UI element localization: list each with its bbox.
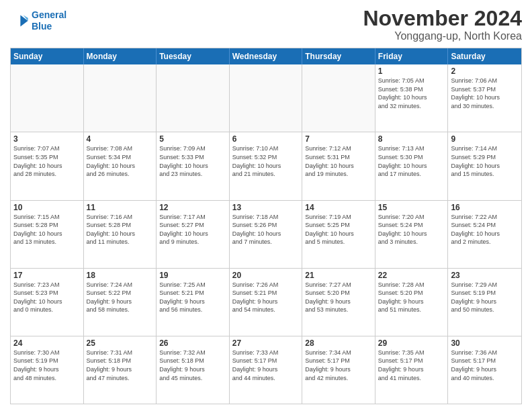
day-cell-14: 14Sunrise: 7:19 AM Sunset: 5:25 PM Dayli… bbox=[302, 201, 375, 268]
day-cell-3: 3Sunrise: 7:07 AM Sunset: 5:35 PM Daylig… bbox=[11, 132, 84, 199]
week-row-3: 17Sunrise: 7:23 AM Sunset: 5:23 PM Dayli… bbox=[11, 268, 521, 336]
day-number: 30 bbox=[451, 338, 519, 348]
day-info: Sunrise: 7:31 AM Sunset: 5:18 PM Dayligh… bbox=[87, 349, 154, 382]
calendar-title: November 2024 bbox=[363, 7, 522, 30]
day-number: 5 bbox=[159, 134, 226, 144]
header-day-thursday: Thursday bbox=[302, 48, 375, 64]
day-number: 20 bbox=[232, 271, 300, 280]
day-cell-22: 22Sunrise: 7:28 AM Sunset: 5:20 PM Dayli… bbox=[375, 269, 449, 336]
day-number: 12 bbox=[159, 203, 226, 212]
day-cell-16: 16Sunrise: 7:22 AM Sunset: 5:24 PM Dayli… bbox=[448, 201, 521, 268]
day-number: 21 bbox=[305, 271, 372, 280]
day-info: Sunrise: 7:06 AM Sunset: 5:37 PM Dayligh… bbox=[451, 77, 519, 110]
day-info: Sunrise: 7:33 AM Sunset: 5:17 PM Dayligh… bbox=[232, 349, 300, 382]
header: General Blue November 2024 Yonggang-up, … bbox=[10, 7, 522, 42]
day-cell-4: 4Sunrise: 7:08 AM Sunset: 5:34 PM Daylig… bbox=[84, 132, 157, 199]
week-row-2: 10Sunrise: 7:15 AM Sunset: 5:28 PM Dayli… bbox=[11, 200, 521, 268]
day-number: 29 bbox=[378, 338, 445, 348]
logo-line2: Blue bbox=[32, 21, 52, 32]
calendar-body: 1Sunrise: 7:05 AM Sunset: 5:38 PM Daylig… bbox=[11, 64, 521, 404]
empty-cell-0-1 bbox=[84, 64, 157, 132]
day-cell-9: 9Sunrise: 7:14 AM Sunset: 5:29 PM Daylig… bbox=[448, 132, 521, 199]
empty-cell-0-0 bbox=[11, 64, 84, 132]
header-day-friday: Friday bbox=[375, 48, 449, 64]
day-number: 2 bbox=[451, 66, 519, 76]
day-info: Sunrise: 7:27 AM Sunset: 5:20 PM Dayligh… bbox=[305, 281, 372, 314]
day-number: 17 bbox=[13, 271, 81, 280]
day-number: 1 bbox=[378, 66, 445, 76]
week-row-4: 24Sunrise: 7:30 AM Sunset: 5:19 PM Dayli… bbox=[11, 336, 521, 404]
day-number: 8 bbox=[378, 134, 445, 144]
calendar-subtitle: Yonggang-up, North Korea bbox=[363, 30, 522, 42]
logo-text: General Blue bbox=[32, 9, 66, 32]
day-number: 18 bbox=[87, 271, 154, 280]
day-info: Sunrise: 7:35 AM Sunset: 5:17 PM Dayligh… bbox=[378, 349, 445, 382]
day-info: Sunrise: 7:15 AM Sunset: 5:28 PM Dayligh… bbox=[13, 213, 81, 246]
header-day-sunday: Sunday bbox=[11, 48, 84, 64]
day-info: Sunrise: 7:18 AM Sunset: 5:26 PM Dayligh… bbox=[232, 213, 300, 246]
calendar: SundayMondayTuesdayWednesdayThursdayFrid… bbox=[10, 48, 522, 404]
empty-cell-0-2 bbox=[157, 64, 230, 132]
calendar-header: SundayMondayTuesdayWednesdayThursdayFrid… bbox=[11, 48, 521, 64]
day-number: 28 bbox=[305, 338, 372, 348]
day-number: 19 bbox=[159, 271, 226, 280]
day-cell-10: 10Sunrise: 7:15 AM Sunset: 5:28 PM Dayli… bbox=[11, 201, 84, 268]
day-info: Sunrise: 7:09 AM Sunset: 5:33 PM Dayligh… bbox=[159, 144, 226, 178]
day-info: Sunrise: 7:08 AM Sunset: 5:34 PM Dayligh… bbox=[87, 144, 154, 178]
day-number: 11 bbox=[87, 203, 154, 212]
day-number: 23 bbox=[451, 271, 519, 280]
day-cell-19: 19Sunrise: 7:25 AM Sunset: 5:21 PM Dayli… bbox=[157, 269, 230, 336]
day-cell-7: 7Sunrise: 7:12 AM Sunset: 5:31 PM Daylig… bbox=[302, 132, 375, 199]
day-number: 7 bbox=[305, 134, 372, 144]
header-day-tuesday: Tuesday bbox=[157, 48, 230, 64]
empty-cell-0-3 bbox=[230, 64, 303, 132]
day-info: Sunrise: 7:10 AM Sunset: 5:32 PM Dayligh… bbox=[232, 144, 300, 178]
day-cell-23: 23Sunrise: 7:29 AM Sunset: 5:19 PM Dayli… bbox=[448, 269, 521, 336]
day-info: Sunrise: 7:30 AM Sunset: 5:19 PM Dayligh… bbox=[13, 349, 81, 382]
day-info: Sunrise: 7:12 AM Sunset: 5:31 PM Dayligh… bbox=[305, 144, 372, 178]
day-cell-27: 27Sunrise: 7:33 AM Sunset: 5:17 PM Dayli… bbox=[230, 336, 303, 404]
day-cell-26: 26Sunrise: 7:32 AM Sunset: 5:18 PM Dayli… bbox=[157, 336, 230, 404]
logo-line1: General bbox=[32, 9, 66, 20]
day-cell-11: 11Sunrise: 7:16 AM Sunset: 5:28 PM Dayli… bbox=[84, 201, 157, 268]
day-cell-2: 2Sunrise: 7:06 AM Sunset: 5:37 PM Daylig… bbox=[448, 64, 521, 132]
day-info: Sunrise: 7:16 AM Sunset: 5:28 PM Dayligh… bbox=[87, 213, 154, 246]
day-cell-25: 25Sunrise: 7:31 AM Sunset: 5:18 PM Dayli… bbox=[84, 336, 157, 404]
day-number: 25 bbox=[87, 338, 154, 348]
day-info: Sunrise: 7:32 AM Sunset: 5:18 PM Dayligh… bbox=[159, 349, 226, 382]
day-cell-24: 24Sunrise: 7:30 AM Sunset: 5:19 PM Dayli… bbox=[11, 336, 84, 404]
day-number: 22 bbox=[378, 271, 445, 280]
day-info: Sunrise: 7:13 AM Sunset: 5:30 PM Dayligh… bbox=[378, 144, 445, 178]
day-cell-28: 28Sunrise: 7:34 AM Sunset: 5:17 PM Dayli… bbox=[302, 336, 375, 404]
day-info: Sunrise: 7:17 AM Sunset: 5:27 PM Dayligh… bbox=[159, 213, 226, 246]
day-cell-20: 20Sunrise: 7:26 AM Sunset: 5:21 PM Dayli… bbox=[230, 269, 303, 336]
week-row-1: 3Sunrise: 7:07 AM Sunset: 5:35 PM Daylig… bbox=[11, 132, 521, 199]
empty-cell-0-4 bbox=[302, 64, 375, 132]
day-info: Sunrise: 7:24 AM Sunset: 5:22 PM Dayligh… bbox=[87, 281, 154, 314]
day-number: 15 bbox=[378, 203, 445, 212]
header-day-monday: Monday bbox=[84, 48, 157, 64]
day-info: Sunrise: 7:26 AM Sunset: 5:21 PM Dayligh… bbox=[232, 281, 300, 314]
day-number: 14 bbox=[305, 203, 372, 212]
day-cell-1: 1Sunrise: 7:05 AM Sunset: 5:38 PM Daylig… bbox=[375, 64, 449, 132]
day-info: Sunrise: 7:23 AM Sunset: 5:23 PM Dayligh… bbox=[13, 281, 81, 314]
day-cell-30: 30Sunrise: 7:36 AM Sunset: 5:17 PM Dayli… bbox=[448, 336, 521, 404]
day-number: 4 bbox=[87, 134, 154, 144]
title-block: November 2024 Yonggang-up, North Korea bbox=[363, 7, 522, 42]
header-day-wednesday: Wednesday bbox=[230, 48, 303, 64]
day-cell-6: 6Sunrise: 7:10 AM Sunset: 5:32 PM Daylig… bbox=[230, 132, 303, 199]
logo: General Blue bbox=[10, 9, 66, 32]
day-info: Sunrise: 7:28 AM Sunset: 5:20 PM Dayligh… bbox=[378, 281, 445, 314]
day-info: Sunrise: 7:14 AM Sunset: 5:29 PM Dayligh… bbox=[451, 144, 519, 178]
day-cell-12: 12Sunrise: 7:17 AM Sunset: 5:27 PM Dayli… bbox=[157, 201, 230, 268]
day-number: 27 bbox=[232, 338, 300, 348]
day-number: 26 bbox=[159, 338, 226, 348]
day-cell-29: 29Sunrise: 7:35 AM Sunset: 5:17 PM Dayli… bbox=[375, 336, 449, 404]
logo-icon bbox=[10, 11, 29, 30]
day-info: Sunrise: 7:25 AM Sunset: 5:21 PM Dayligh… bbox=[159, 281, 226, 314]
day-cell-8: 8Sunrise: 7:13 AM Sunset: 5:30 PM Daylig… bbox=[375, 132, 449, 199]
day-number: 24 bbox=[13, 338, 81, 348]
day-info: Sunrise: 7:29 AM Sunset: 5:19 PM Dayligh… bbox=[451, 281, 519, 314]
day-info: Sunrise: 7:34 AM Sunset: 5:17 PM Dayligh… bbox=[305, 349, 372, 382]
day-number: 9 bbox=[451, 134, 519, 144]
